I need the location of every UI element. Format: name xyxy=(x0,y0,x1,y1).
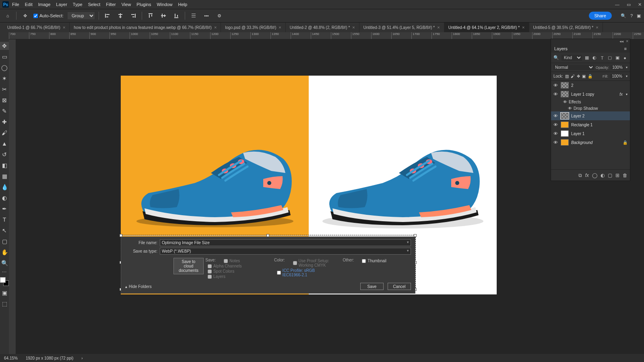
filter-shape-icon[interactable]: ▢ xyxy=(607,55,612,61)
crop-tool[interactable]: ✂ xyxy=(0,85,9,93)
hand-tool[interactable]: ✋ xyxy=(0,248,9,256)
quickmask-icon[interactable]: ▣ xyxy=(0,289,9,297)
filter-adjust-icon[interactable]: ◐ xyxy=(592,55,597,61)
marquee-tool[interactable]: ▭ xyxy=(0,53,9,61)
menu-view[interactable]: View xyxy=(122,2,131,7)
fx-badge[interactable]: fx xyxy=(619,92,623,97)
workspace-icon[interactable]: ▣ xyxy=(637,13,641,19)
layer-thumb[interactable] xyxy=(561,130,569,137)
filter-toggle-icon[interactable]: ● xyxy=(622,55,627,61)
file-name-input[interactable]: Optimizing Image File Size xyxy=(160,239,411,246)
maximize-icon[interactable]: ▭ xyxy=(627,2,631,7)
frame-tool[interactable]: ⊠ xyxy=(0,96,9,104)
share-button[interactable]: Share xyxy=(589,12,612,20)
filter-kind-select[interactable]: Kind xyxy=(561,55,582,61)
canvas-area[interactable]: File name: Optimizing Image File Size Sa… xyxy=(16,39,644,354)
tab-3[interactable]: Untitled-2 @ 48.8% (2, RGB/8#) *× xyxy=(286,23,359,32)
fill-input[interactable] xyxy=(610,74,624,78)
collapse-icon[interactable]: ◂◂ xyxy=(619,39,623,45)
fx-icon[interactable]: fx xyxy=(585,173,589,178)
visibility-icon[interactable]: 👁 xyxy=(553,131,558,136)
layer-thumb[interactable] xyxy=(561,91,569,97)
menu-type[interactable]: Type xyxy=(73,2,83,7)
layer-row[interactable]: 👁Layer 2 xyxy=(551,111,630,120)
minimize-icon[interactable]: — xyxy=(615,2,619,7)
panel-menu-icon[interactable]: ≡ xyxy=(624,46,627,51)
align-right-icon[interactable] xyxy=(129,11,138,20)
icc-checkbox[interactable]: ICC Profile: sRGB IEC61966-2.1 xyxy=(273,268,342,277)
layer-thumb[interactable] xyxy=(561,121,569,128)
lasso-tool[interactable]: ◯ xyxy=(0,64,9,72)
tab-2[interactable]: logo.psd @ 33.3% (RGB/8#)× xyxy=(221,23,285,32)
layer-row[interactable]: 👁Rectangle 1 xyxy=(551,120,630,129)
healing-tool[interactable]: ✚ xyxy=(0,118,9,126)
menu-window[interactable]: Window xyxy=(157,2,172,7)
tab-1[interactable]: how to edit product photos in canva feat… xyxy=(70,23,221,32)
auto-select-target[interactable]: Group xyxy=(68,12,95,19)
lock-artboard-icon[interactable]: ▣ xyxy=(582,74,586,78)
visibility-icon[interactable]: 👁 xyxy=(553,83,558,88)
layer-row[interactable]: 👁Layer 1 xyxy=(551,129,630,138)
vertical-ruler[interactable] xyxy=(9,39,16,354)
group-icon[interactable]: ▢ xyxy=(608,173,612,178)
settings-icon[interactable]: ⚙ xyxy=(215,11,224,20)
menu-help[interactable]: Help xyxy=(178,2,188,7)
save-button[interactable]: Save xyxy=(360,283,384,290)
menu-plugins[interactable]: Plugins xyxy=(136,2,151,7)
close-icon[interactable]: × xyxy=(214,25,217,30)
search-icon[interactable]: 🔍 xyxy=(621,13,626,19)
help-icon[interactable]: ? xyxy=(630,13,633,19)
panel-close-icon[interactable]: × xyxy=(626,39,628,45)
layers-panel-title[interactable]: Layers xyxy=(554,46,568,51)
opacity-input[interactable] xyxy=(611,65,624,70)
tab-6[interactable]: Untitled-5 @ 38.5% (2, RGB/8#) *× xyxy=(529,23,603,32)
status-chevron-icon[interactable]: › xyxy=(81,356,83,360)
close-icon[interactable]: × xyxy=(279,25,281,30)
dodge-tool[interactable]: ◐ xyxy=(0,194,9,202)
lock-trans-icon[interactable]: ▨ xyxy=(565,74,569,78)
align-left-icon[interactable] xyxy=(103,11,112,20)
align-hcenter-icon[interactable] xyxy=(116,11,125,20)
menu-edit[interactable]: Edit xyxy=(25,2,33,7)
layer-thumb[interactable] xyxy=(561,113,569,119)
menu-select[interactable]: Select xyxy=(88,2,101,7)
zoom-level[interactable]: 64.15% xyxy=(4,356,18,360)
main-menu[interactable]: File Edit Image Layer Type Select Filter… xyxy=(12,2,187,7)
save-type-select[interactable]: WebP (*.WEBP) xyxy=(160,248,411,255)
hide-folders-toggle[interactable]: ▴Hide Folders xyxy=(125,284,152,289)
lock-pixels-icon[interactable]: 🖌 xyxy=(571,74,575,78)
lock-all-icon[interactable]: 🔒 xyxy=(588,74,592,78)
layer-row[interactable]: 👁Layer 1 copyfx▾ xyxy=(551,90,630,99)
auto-select-checkbox[interactable]: Auto-Select: xyxy=(33,13,64,18)
menu-layer[interactable]: Layer xyxy=(56,2,67,7)
tab-0[interactable]: Untitled-1 @ 66.7% (RGB/8#)× xyxy=(3,23,70,32)
zoom-tool[interactable]: 🔍 xyxy=(0,259,9,267)
save-cloud-button[interactable]: Save to cloud documents xyxy=(173,258,204,274)
history-brush-tool[interactable]: ↺ xyxy=(0,150,9,158)
layer-thumb[interactable] xyxy=(561,82,569,88)
visibility-icon[interactable]: 👁 xyxy=(553,140,558,145)
brush-tool[interactable]: 🖌 xyxy=(0,129,9,137)
lock-pos-icon[interactable]: ✥ xyxy=(577,74,580,78)
tab-5[interactable]: Untitled-4 @ 64.1% (Layer 2, RGB/8#) *× xyxy=(444,23,529,32)
close-icon[interactable]: × xyxy=(437,25,440,30)
close-icon[interactable]: ✕ xyxy=(638,2,642,7)
menu-filter[interactable]: Filter xyxy=(106,2,116,7)
new-layer-icon[interactable]: ⊞ xyxy=(615,173,619,178)
horizontal-ruler[interactable]: 7007508008509009501000105011001150120012… xyxy=(9,32,644,39)
layer-thumb[interactable] xyxy=(561,139,569,146)
move-tool-icon[interactable]: ✥ xyxy=(21,11,29,20)
move-tool[interactable]: ✥ xyxy=(0,42,9,50)
screenmode-icon[interactable]: ⬚ xyxy=(0,300,9,308)
menu-image[interactable]: Image xyxy=(38,2,51,7)
blur-tool[interactable]: 💧 xyxy=(0,183,9,191)
delete-icon[interactable]: 🗑 xyxy=(623,173,627,178)
eyedropper-tool[interactable]: ✎ xyxy=(0,107,9,115)
home-icon[interactable]: ⌂ xyxy=(3,11,12,20)
fg-bg-swatch[interactable] xyxy=(0,277,9,286)
tab-4[interactable]: Untitled-3 @ 51.4% (Layer 5, RGB/8#) *× xyxy=(359,23,444,32)
align-vcenter-icon[interactable] xyxy=(159,11,168,20)
align-top-icon[interactable] xyxy=(146,11,155,20)
thumbnail-checkbox[interactable]: Thumbnail xyxy=(358,259,411,263)
close-icon[interactable]: × xyxy=(63,25,65,30)
